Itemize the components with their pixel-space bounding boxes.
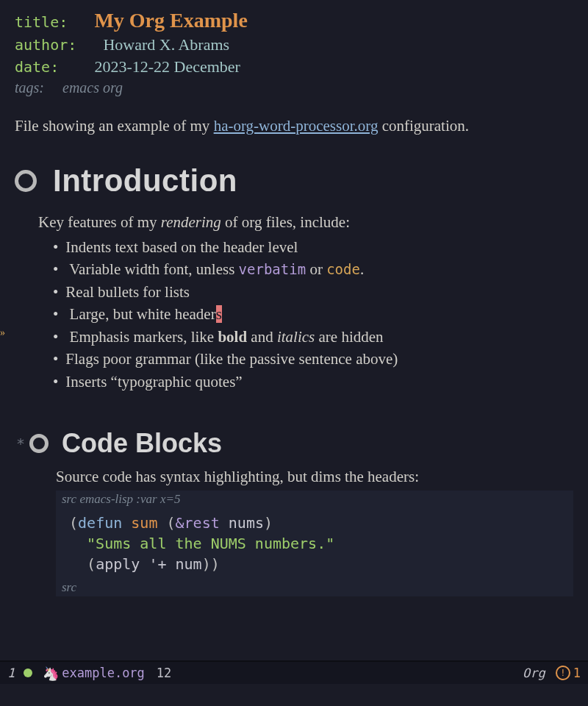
list-item: Inserts “typographic quotes” <box>53 371 573 393</box>
list-item: Indents text based on the header level <box>53 236 573 258</box>
list-item: Variable width font, unless verbatim or … <box>53 258 573 280</box>
meta-title-line: title: My Org Example <box>15 9 573 32</box>
tags-value: emacs org <box>62 79 123 96</box>
src-block-header: src emacs-lisp :var x=5 <box>56 491 573 508</box>
warning-icon: ! <box>556 666 570 680</box>
meta-author-line: author: Howard X. Abrams <box>15 35 573 54</box>
line-number: 12 <box>157 666 171 680</box>
features-list: Indents text based on the header level V… <box>38 236 573 393</box>
evil-state-icon: 🦄 <box>43 666 59 681</box>
meta-date-line: date: 2023-12-22 December <box>15 57 573 76</box>
tags-key: tags: <box>15 79 44 96</box>
config-link[interactable]: ha-org-word-processor.org <box>214 117 379 135</box>
author-key: author: <box>15 36 76 54</box>
title-value: My Org Example <box>94 9 247 32</box>
list-item: » Emphasis markers, like bold and italic… <box>53 326 573 348</box>
fringe-indicator-icon: » <box>0 326 5 340</box>
heading-text: Introduction <box>53 163 237 199</box>
date-key: date: <box>15 58 59 76</box>
window-number: 1 <box>7 666 15 680</box>
src-block-body[interactable]: (defun sum (&rest nums) "Sums all the NU… <box>56 508 573 579</box>
date-value: 2023-12-22 December <box>94 57 240 76</box>
heading-introduction[interactable]: Introduction <box>15 163 573 199</box>
editor-buffer[interactable]: title: My Org Example author: Howard X. … <box>0 0 588 662</box>
buffer-name[interactable]: example.org <box>62 666 145 680</box>
flycheck-indicator[interactable]: ! 1 <box>556 666 581 680</box>
list-item: Large, but white headers <box>53 303 573 325</box>
major-mode[interactable]: Org <box>523 666 545 680</box>
src-intro: Source code has syntax highlighting, but… <box>56 468 573 486</box>
warning-count: 1 <box>573 666 581 680</box>
meta-tags-line: tags: emacs org <box>15 79 573 96</box>
src-block-footer: src <box>56 579 573 596</box>
modeline[interactable]: 1 🦄 example.org 12 Org ! 1 <box>0 660 588 684</box>
org-star-icon: * <box>16 435 25 452</box>
heading-bullet-icon <box>29 434 49 453</box>
minibuffer[interactable] <box>0 684 588 706</box>
heading-bullet-icon <box>15 170 37 192</box>
heading-code-blocks[interactable]: * Code Blocks <box>16 428 573 459</box>
intro-paragraph: File showing an example of my ha-org-wor… <box>15 117 573 135</box>
heading-text: Code Blocks <box>62 428 222 459</box>
text-cursor: s <box>216 305 222 323</box>
author-value: Howard X. Abrams <box>103 35 229 54</box>
features-intro: Key features of my rendering of org file… <box>38 213 573 232</box>
list-item: Real bullets for lists <box>53 281 573 303</box>
list-item: Flags poor grammar (like the passive sen… <box>53 348 573 370</box>
title-key: title: <box>15 13 68 31</box>
modified-indicator-icon <box>24 668 32 677</box>
